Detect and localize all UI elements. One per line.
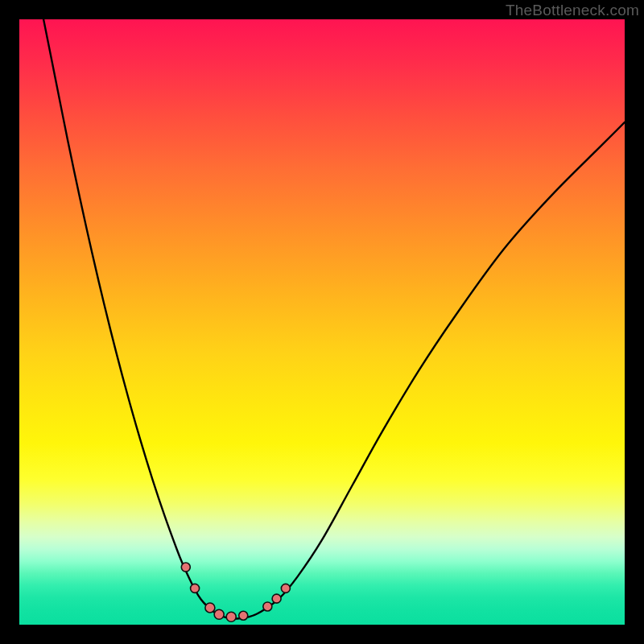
chart-marker [191, 584, 200, 592]
chart-marker [272, 594, 281, 603]
chart-marker [181, 563, 190, 572]
chart-marker [214, 609, 224, 619]
chart-marker [205, 603, 215, 613]
chart-marker [263, 602, 272, 611]
chart-plot-area [19, 19, 625, 625]
chart-marker [281, 584, 290, 592]
chart-curve [43, 19, 625, 619]
chart-stage: TheBottleneck.com [0, 0, 644, 644]
chart-marker [239, 611, 248, 620]
chart-marker [226, 612, 236, 621]
chart-markers [181, 563, 290, 621]
watermark-text: TheBottleneck.com [506, 2, 639, 19]
chart-svg [19, 19, 625, 625]
